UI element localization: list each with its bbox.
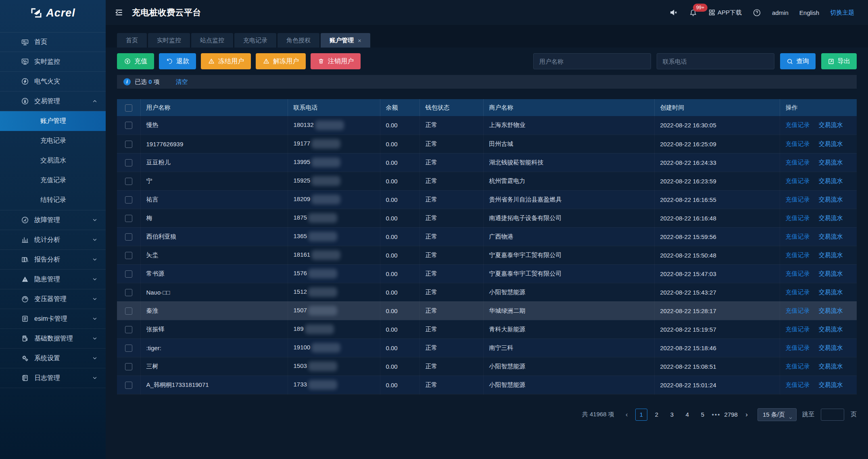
sidebar-subitem-recharge-record[interactable]: 充值记录 [0,170,106,190]
recharge-record-link[interactable]: 充值记录 [786,140,810,147]
trade-flow-link[interactable]: 交易流水 [819,159,843,166]
row-checkbox[interactable] [125,159,132,166]
page-button-4[interactable]: 4 [681,409,693,421]
jump-page-input[interactable] [821,409,844,421]
sidebar-item-stats[interactable]: 统计分析 [0,230,106,250]
tab-charge-record[interactable]: 充电记录 [234,33,276,48]
recharge-record-link[interactable]: 充值记录 [786,159,810,166]
page-ellipsis[interactable]: ••• [712,411,721,418]
tab-role-auth[interactable]: 角色授权 [278,33,319,48]
sidebar-item-base-data[interactable]: 基础数据管理 [0,329,106,349]
recharge-record-link[interactable]: 充值记录 [786,270,810,277]
sidebar-item-home[interactable]: 首页 [0,32,106,52]
app-download-link[interactable]: APP下载 [708,9,742,17]
sidebar-subitem-carryover-record[interactable]: 结转记录 [0,190,106,210]
trade-flow-link[interactable]: 交易流水 [819,344,843,351]
trade-flow-link[interactable]: 交易流水 [819,177,843,184]
recharge-record-link[interactable]: 充值记录 [786,233,810,240]
tab-account[interactable]: 账户管理 × [321,33,370,48]
notifications-bell-icon[interactable]: 99+ [689,8,697,17]
recharge-button[interactable]: 充值 [117,53,154,69]
row-checkbox[interactable] [125,345,132,352]
trade-flow-link[interactable]: 交易流水 [819,381,843,388]
trade-flow-link[interactable]: 交易流水 [819,233,843,240]
trade-flow-link[interactable]: 交易流水 [819,289,843,295]
recharge-record-link[interactable]: 充值记录 [786,326,810,332]
page-button-2[interactable]: 2 [651,409,663,421]
sidebar-item-hazard[interactable]: 隐患管理 [0,270,106,289]
freeze-user-button[interactable]: 冻结用户 [201,53,251,69]
sidebar-item-realtime[interactable]: 实时监控 [0,52,106,72]
trade-flow-link[interactable]: 交易流水 [819,214,843,221]
row-checkbox[interactable] [125,196,132,204]
trade-flow-link[interactable]: 交易流水 [819,326,843,332]
row-checkbox[interactable] [125,382,132,389]
recharge-record-link[interactable]: 充值记录 [786,214,810,221]
help-icon[interactable] [753,8,761,17]
username-filter-input[interactable] [533,53,651,69]
page-size-select[interactable]: 15 条/页 [757,408,797,421]
row-checkbox[interactable] [125,307,132,315]
sidebar-item-esim[interactable]: esim卡管理 [0,309,106,329]
next-page-icon[interactable]: › [741,411,752,419]
row-checkbox[interactable] [125,233,132,241]
sidebar-item-report[interactable]: 报告分析 [0,250,106,270]
phone-filter-input[interactable] [657,53,774,69]
recharge-record-link[interactable]: 充值记录 [786,251,810,258]
sidebar-item-trade[interactable]: 交易管理 [0,91,106,111]
sidebar-item-electric-fire[interactable]: 电气火灾 [0,72,106,91]
collapse-sidebar-icon[interactable] [114,8,124,17]
prev-page-icon[interactable]: ‹ [622,411,632,419]
deregister-user-button[interactable]: 注销用户 [311,53,361,69]
clear-selection-link[interactable]: 清空 [176,78,188,86]
row-checkbox[interactable] [125,252,132,259]
username[interactable]: admin [772,9,789,16]
sidebar-subitem-account[interactable]: 账户管理 [0,111,106,131]
select-all-checkbox[interactable] [125,104,132,112]
page-button-3[interactable]: 3 [666,409,678,421]
recharge-record-link[interactable]: 充值记录 [786,196,810,203]
page-button-5[interactable]: 5 [697,409,709,421]
trade-flow-link[interactable]: 交易流水 [819,251,843,258]
trade-flow-link[interactable]: 交易流水 [819,140,843,147]
recharge-record-link[interactable]: 充值记录 [786,121,810,128]
last-page-button[interactable]: 2798 [724,409,738,421]
trade-flow-link[interactable]: 交易流水 [819,363,843,370]
language-switch[interactable]: English [799,9,819,16]
recharge-record-link[interactable]: 充值记录 [786,363,810,370]
row-checkbox[interactable] [125,215,132,222]
export-button[interactable]: 导出 [821,53,857,69]
recharge-record-link[interactable]: 充值记录 [786,307,810,314]
trade-flow-link[interactable]: 交易流水 [819,270,843,277]
sidebar-item-transformer[interactable]: 变压器管理 [0,289,106,309]
query-button[interactable]: 查询 [780,53,816,69]
tab-realtime[interactable]: 实时监控 [148,33,190,48]
recharge-record-link[interactable]: 充值记录 [786,344,810,351]
theme-switch-link[interactable]: 切换主题 [830,9,854,17]
page-button-1[interactable]: 1 [635,409,647,421]
row-checkbox[interactable] [125,363,132,370]
recharge-record-link[interactable]: 充值记录 [786,381,810,388]
sidebar-subitem-charge-record[interactable]: 充电记录 [0,131,106,151]
sidebar-item-fault[interactable]: 故障管理 [0,210,106,230]
row-checkbox[interactable] [125,289,132,296]
row-checkbox[interactable] [125,326,132,333]
trade-flow-link[interactable]: 交易流水 [819,307,843,314]
trade-flow-link[interactable]: 交易流水 [819,121,843,128]
recharge-record-link[interactable]: 充值记录 [786,177,810,184]
sidebar-subitem-trade-flow[interactable]: 交易流水 [0,151,106,170]
tab-home[interactable]: 首页 [117,33,147,48]
row-checkbox[interactable] [125,178,132,185]
sidebar-item-settings[interactable]: 系统设置 [0,349,106,368]
refund-button[interactable]: 退款 [159,53,196,69]
unfreeze-user-button[interactable]: 解冻用户 [256,53,306,69]
row-checkbox[interactable] [125,141,132,148]
close-icon[interactable]: × [358,37,361,44]
trade-flow-link[interactable]: 交易流水 [819,196,843,203]
row-checkbox[interactable] [125,270,132,278]
mute-icon[interactable] [669,8,678,17]
sidebar-item-logs[interactable]: 日志管理 [0,368,106,388]
tab-station[interactable]: 站点监控 [191,33,233,48]
row-checkbox[interactable] [125,122,132,129]
recharge-record-link[interactable]: 充值记录 [786,289,810,295]
